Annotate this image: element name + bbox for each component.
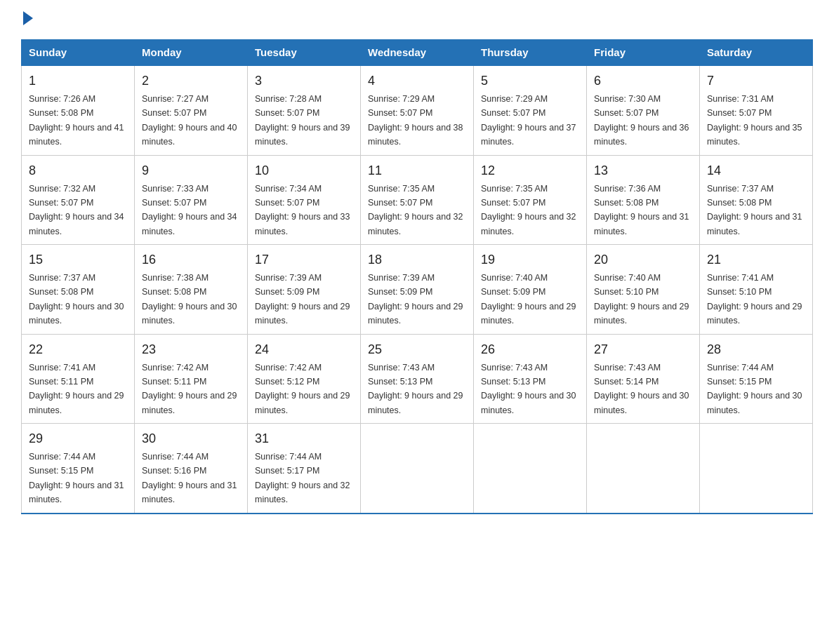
day-info: Sunrise: 7:26 AMSunset: 5:08 PMDaylight:… [29, 94, 124, 147]
calendar-cell: 11Sunrise: 7:35 AMSunset: 5:07 PMDayligh… [361, 155, 474, 245]
day-info: Sunrise: 7:34 AMSunset: 5:07 PMDaylight:… [255, 184, 350, 236]
day-header-saturday: Saturday [700, 40, 813, 66]
day-header-friday: Friday [587, 40, 700, 66]
day-info: Sunrise: 7:40 AMSunset: 5:10 PMDaylight:… [594, 273, 689, 326]
day-number: 1 [29, 72, 127, 90]
calendar-cell [700, 424, 813, 514]
day-number: 5 [481, 72, 579, 90]
day-number: 23 [142, 340, 240, 359]
calendar-cell: 14Sunrise: 7:37 AMSunset: 5:08 PMDayligh… [700, 155, 813, 245]
day-info: Sunrise: 7:43 AMSunset: 5:13 PMDaylight:… [368, 363, 463, 415]
day-info: Sunrise: 7:38 AMSunset: 5:08 PMDaylight:… [142, 273, 237, 326]
day-number: 15 [29, 250, 127, 269]
day-number: 14 [707, 161, 805, 180]
calendar-cell: 12Sunrise: 7:35 AMSunset: 5:07 PMDayligh… [474, 155, 587, 245]
day-info: Sunrise: 7:36 AMSunset: 5:08 PMDaylight:… [594, 184, 689, 236]
day-header-thursday: Thursday [474, 40, 587, 66]
day-info: Sunrise: 7:35 AMSunset: 5:07 PMDaylight:… [481, 184, 576, 236]
day-info: Sunrise: 7:33 AMSunset: 5:07 PMDaylight:… [142, 184, 237, 236]
day-number: 24 [255, 340, 353, 359]
calendar-week-5: 29Sunrise: 7:44 AMSunset: 5:15 PMDayligh… [22, 424, 813, 514]
calendar-cell: 27Sunrise: 7:43 AMSunset: 5:14 PMDayligh… [587, 334, 700, 424]
calendar-cell: 17Sunrise: 7:39 AMSunset: 5:09 PMDayligh… [248, 245, 361, 335]
calendar-cell [587, 424, 700, 514]
day-number: 10 [255, 161, 353, 180]
day-info: Sunrise: 7:41 AMSunset: 5:11 PMDaylight:… [29, 363, 124, 415]
calendar-cell: 10Sunrise: 7:34 AMSunset: 5:07 PMDayligh… [248, 155, 361, 245]
day-info: Sunrise: 7:44 AMSunset: 5:16 PMDaylight:… [142, 452, 237, 504]
day-header-sunday: Sunday [22, 40, 135, 66]
day-number: 8 [29, 161, 127, 180]
day-header-monday: Monday [135, 40, 248, 66]
day-number: 17 [255, 250, 353, 269]
day-info: Sunrise: 7:44 AMSunset: 5:15 PMDaylight:… [707, 363, 802, 415]
day-info: Sunrise: 7:41 AMSunset: 5:10 PMDaylight:… [707, 273, 802, 326]
day-number: 31 [255, 429, 353, 448]
day-number: 4 [368, 72, 466, 90]
day-number: 30 [142, 429, 240, 448]
calendar-cell: 18Sunrise: 7:39 AMSunset: 5:09 PMDayligh… [361, 245, 474, 335]
day-info: Sunrise: 7:35 AMSunset: 5:07 PMDaylight:… [368, 184, 463, 236]
calendar-cell: 15Sunrise: 7:37 AMSunset: 5:08 PMDayligh… [22, 245, 135, 335]
day-headers-row: SundayMondayTuesdayWednesdayThursdayFrid… [22, 40, 813, 66]
day-number: 9 [142, 161, 240, 180]
day-number: 22 [29, 340, 127, 359]
day-number: 29 [29, 429, 127, 448]
calendar-cell [361, 424, 474, 514]
day-info: Sunrise: 7:44 AMSunset: 5:17 PMDaylight:… [255, 452, 350, 504]
calendar-cell: 7Sunrise: 7:31 AMSunset: 5:07 PMDaylight… [700, 65, 813, 155]
day-number: 19 [481, 250, 579, 269]
day-number: 3 [255, 72, 353, 90]
day-number: 21 [707, 250, 805, 269]
calendar-cell: 30Sunrise: 7:44 AMSunset: 5:16 PMDayligh… [135, 424, 248, 514]
calendar-cell [474, 424, 587, 514]
logo [21, 14, 33, 25]
day-header-tuesday: Tuesday [248, 40, 361, 66]
day-number: 18 [368, 250, 466, 269]
calendar-cell: 21Sunrise: 7:41 AMSunset: 5:10 PMDayligh… [700, 245, 813, 335]
day-number: 25 [368, 340, 466, 359]
day-info: Sunrise: 7:37 AMSunset: 5:08 PMDaylight:… [29, 273, 124, 326]
calendar-cell: 4Sunrise: 7:29 AMSunset: 5:07 PMDaylight… [361, 65, 474, 155]
calendar-week-3: 15Sunrise: 7:37 AMSunset: 5:08 PMDayligh… [22, 245, 813, 335]
day-info: Sunrise: 7:28 AMSunset: 5:07 PMDaylight:… [255, 94, 350, 147]
day-info: Sunrise: 7:37 AMSunset: 5:08 PMDaylight:… [707, 184, 802, 236]
calendar-table: SundayMondayTuesdayWednesdayThursdayFrid… [21, 39, 813, 514]
calendar-cell: 20Sunrise: 7:40 AMSunset: 5:10 PMDayligh… [587, 245, 700, 335]
logo-arrow-icon [23, 11, 33, 25]
day-info: Sunrise: 7:44 AMSunset: 5:15 PMDaylight:… [29, 452, 124, 504]
day-number: 12 [481, 161, 579, 180]
day-info: Sunrise: 7:30 AMSunset: 5:07 PMDaylight:… [594, 94, 689, 147]
day-info: Sunrise: 7:40 AMSunset: 5:09 PMDaylight:… [481, 273, 576, 326]
page-header [21, 14, 813, 25]
calendar-cell: 13Sunrise: 7:36 AMSunset: 5:08 PMDayligh… [587, 155, 700, 245]
calendar-cell: 24Sunrise: 7:42 AMSunset: 5:12 PMDayligh… [248, 334, 361, 424]
day-info: Sunrise: 7:32 AMSunset: 5:07 PMDaylight:… [29, 184, 124, 236]
calendar-cell: 19Sunrise: 7:40 AMSunset: 5:09 PMDayligh… [474, 245, 587, 335]
calendar-cell: 26Sunrise: 7:43 AMSunset: 5:13 PMDayligh… [474, 334, 587, 424]
day-info: Sunrise: 7:29 AMSunset: 5:07 PMDaylight:… [481, 94, 576, 147]
calendar-cell: 9Sunrise: 7:33 AMSunset: 5:07 PMDaylight… [135, 155, 248, 245]
day-info: Sunrise: 7:43 AMSunset: 5:13 PMDaylight:… [481, 363, 576, 415]
calendar-cell: 5Sunrise: 7:29 AMSunset: 5:07 PMDaylight… [474, 65, 587, 155]
day-info: Sunrise: 7:42 AMSunset: 5:11 PMDaylight:… [142, 363, 237, 415]
day-number: 13 [594, 161, 692, 180]
day-info: Sunrise: 7:29 AMSunset: 5:07 PMDaylight:… [368, 94, 463, 147]
calendar-cell: 16Sunrise: 7:38 AMSunset: 5:08 PMDayligh… [135, 245, 248, 335]
calendar-cell: 23Sunrise: 7:42 AMSunset: 5:11 PMDayligh… [135, 334, 248, 424]
day-info: Sunrise: 7:43 AMSunset: 5:14 PMDaylight:… [594, 363, 689, 415]
day-number: 6 [594, 72, 692, 90]
day-info: Sunrise: 7:39 AMSunset: 5:09 PMDaylight:… [368, 273, 463, 326]
calendar-week-1: 1Sunrise: 7:26 AMSunset: 5:08 PMDaylight… [22, 65, 813, 155]
calendar-cell: 2Sunrise: 7:27 AMSunset: 5:07 PMDaylight… [135, 65, 248, 155]
calendar-cell: 25Sunrise: 7:43 AMSunset: 5:13 PMDayligh… [361, 334, 474, 424]
calendar-cell: 8Sunrise: 7:32 AMSunset: 5:07 PMDaylight… [22, 155, 135, 245]
day-info: Sunrise: 7:42 AMSunset: 5:12 PMDaylight:… [255, 363, 350, 415]
calendar-week-2: 8Sunrise: 7:32 AMSunset: 5:07 PMDaylight… [22, 155, 813, 245]
calendar-cell: 31Sunrise: 7:44 AMSunset: 5:17 PMDayligh… [248, 424, 361, 514]
day-number: 28 [707, 340, 805, 359]
day-info: Sunrise: 7:27 AMSunset: 5:07 PMDaylight:… [142, 94, 237, 147]
day-number: 2 [142, 72, 240, 90]
day-number: 26 [481, 340, 579, 359]
calendar-week-4: 22Sunrise: 7:41 AMSunset: 5:11 PMDayligh… [22, 334, 813, 424]
